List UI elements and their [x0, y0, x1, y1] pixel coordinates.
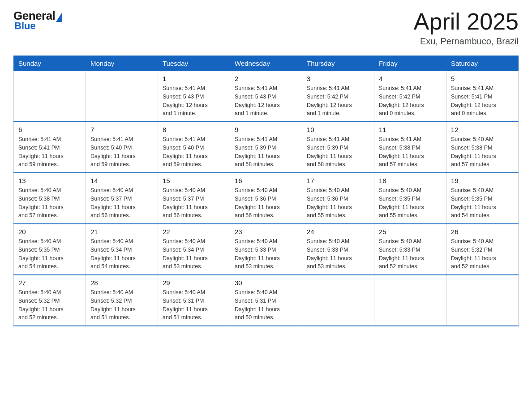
calendar-cell: 9Sunrise: 5:41 AM Sunset: 5:39 PM Daylig…: [230, 122, 302, 173]
day-number: 8: [163, 126, 225, 133]
calendar-cell: 8Sunrise: 5:41 AM Sunset: 5:40 PM Daylig…: [158, 122, 230, 173]
day-info: Sunrise: 5:41 AM Sunset: 5:39 PM Dayligh…: [307, 135, 369, 169]
calendar-cell: 20Sunrise: 5:40 AM Sunset: 5:35 PM Dayli…: [14, 224, 86, 275]
day-info: Sunrise: 5:41 AM Sunset: 5:41 PM Dayligh…: [451, 84, 514, 118]
day-number: 11: [379, 126, 442, 133]
calendar-cell: [446, 275, 519, 326]
day-number: 29: [163, 279, 225, 287]
day-info: Sunrise: 5:41 AM Sunset: 5:40 PM Dayligh…: [163, 135, 225, 169]
day-info: Sunrise: 5:40 AM Sunset: 5:34 PM Dayligh…: [90, 237, 153, 271]
day-number: 19: [451, 177, 514, 184]
calendar-week-row: 20Sunrise: 5:40 AM Sunset: 5:35 PM Dayli…: [14, 224, 519, 275]
day-number: 22: [163, 228, 225, 235]
day-info: Sunrise: 5:40 AM Sunset: 5:31 PM Dayligh…: [235, 288, 297, 322]
calendar-cell: 28Sunrise: 5:40 AM Sunset: 5:32 PM Dayli…: [86, 275, 158, 326]
month-year-title: April 2025: [414, 9, 519, 34]
calendar-header-row: SundayMondayTuesdayWednesdayThursdayFrid…: [14, 56, 519, 71]
day-info: Sunrise: 5:41 AM Sunset: 5:42 PM Dayligh…: [307, 84, 369, 118]
day-info: Sunrise: 5:40 AM Sunset: 5:36 PM Dayligh…: [235, 186, 297, 220]
day-info: Sunrise: 5:41 AM Sunset: 5:42 PM Dayligh…: [379, 84, 442, 118]
calendar-cell: 5Sunrise: 5:41 AM Sunset: 5:41 PM Daylig…: [446, 71, 519, 122]
page-header: General Blue April 2025 Exu, Pernambuco,…: [13, 9, 519, 47]
day-number: 3: [307, 75, 369, 82]
calendar-cell: 19Sunrise: 5:40 AM Sunset: 5:35 PM Dayli…: [446, 173, 519, 224]
logo: General Blue: [13, 9, 62, 32]
day-number: 27: [18, 279, 81, 287]
day-number: 23: [235, 228, 297, 235]
day-info: Sunrise: 5:40 AM Sunset: 5:34 PM Dayligh…: [163, 237, 225, 271]
weekday-header-monday: Monday: [86, 56, 158, 71]
title-block: April 2025 Exu, Pernambuco, Brazil: [414, 9, 519, 47]
calendar-cell: 17Sunrise: 5:40 AM Sunset: 5:36 PM Dayli…: [302, 173, 374, 224]
day-info: Sunrise: 5:41 AM Sunset: 5:43 PM Dayligh…: [163, 84, 225, 118]
calendar-cell: 11Sunrise: 5:41 AM Sunset: 5:38 PM Dayli…: [374, 122, 446, 173]
day-info: Sunrise: 5:40 AM Sunset: 5:35 PM Dayligh…: [18, 237, 81, 271]
calendar-cell: 21Sunrise: 5:40 AM Sunset: 5:34 PM Dayli…: [86, 224, 158, 275]
calendar-cell: 25Sunrise: 5:40 AM Sunset: 5:33 PM Dayli…: [374, 224, 446, 275]
calendar-cell: 7Sunrise: 5:41 AM Sunset: 5:40 PM Daylig…: [86, 122, 158, 173]
day-info: Sunrise: 5:40 AM Sunset: 5:31 PM Dayligh…: [163, 288, 225, 322]
calendar-cell: 4Sunrise: 5:41 AM Sunset: 5:42 PM Daylig…: [374, 71, 446, 122]
calendar-week-row: 1Sunrise: 5:41 AM Sunset: 5:43 PM Daylig…: [14, 71, 519, 122]
day-info: Sunrise: 5:40 AM Sunset: 5:36 PM Dayligh…: [307, 186, 369, 220]
day-number: 2: [235, 75, 297, 82]
day-info: Sunrise: 5:41 AM Sunset: 5:43 PM Dayligh…: [235, 84, 297, 118]
location-subtitle: Exu, Pernambuco, Brazil: [414, 36, 519, 47]
day-number: 9: [235, 126, 297, 133]
day-info: Sunrise: 5:40 AM Sunset: 5:32 PM Dayligh…: [90, 288, 153, 322]
calendar-cell: [14, 71, 86, 122]
day-number: 26: [451, 228, 514, 235]
calendar-cell: [374, 275, 446, 326]
day-number: 24: [307, 228, 369, 235]
calendar-cell: 16Sunrise: 5:40 AM Sunset: 5:36 PM Dayli…: [230, 173, 302, 224]
day-number: 4: [379, 75, 442, 82]
weekday-header-friday: Friday: [374, 56, 446, 71]
weekday-header-thursday: Thursday: [302, 56, 374, 71]
calendar-cell: 23Sunrise: 5:40 AM Sunset: 5:33 PM Dayli…: [230, 224, 302, 275]
day-info: Sunrise: 5:40 AM Sunset: 5:37 PM Dayligh…: [90, 186, 153, 220]
day-info: Sunrise: 5:40 AM Sunset: 5:35 PM Dayligh…: [451, 186, 514, 220]
day-number: 16: [235, 177, 297, 184]
day-info: Sunrise: 5:40 AM Sunset: 5:38 PM Dayligh…: [451, 135, 514, 169]
weekday-header-wednesday: Wednesday: [230, 56, 302, 71]
weekday-header-tuesday: Tuesday: [158, 56, 230, 71]
calendar-cell: 30Sunrise: 5:40 AM Sunset: 5:31 PM Dayli…: [230, 275, 302, 326]
calendar-cell: 15Sunrise: 5:40 AM Sunset: 5:37 PM Dayli…: [158, 173, 230, 224]
day-info: Sunrise: 5:41 AM Sunset: 5:39 PM Dayligh…: [235, 135, 297, 169]
calendar-cell: 27Sunrise: 5:40 AM Sunset: 5:32 PM Dayli…: [14, 275, 86, 326]
calendar-cell: 12Sunrise: 5:40 AM Sunset: 5:38 PM Dayli…: [446, 122, 519, 173]
calendar-cell: 13Sunrise: 5:40 AM Sunset: 5:38 PM Dayli…: [14, 173, 86, 224]
day-number: 20: [18, 228, 81, 235]
calendar-week-row: 6Sunrise: 5:41 AM Sunset: 5:41 PM Daylig…: [14, 122, 519, 173]
day-info: Sunrise: 5:41 AM Sunset: 5:40 PM Dayligh…: [90, 135, 153, 169]
day-number: 21: [90, 228, 153, 235]
calendar-week-row: 27Sunrise: 5:40 AM Sunset: 5:32 PM Dayli…: [14, 275, 519, 326]
calendar-cell: 26Sunrise: 5:40 AM Sunset: 5:32 PM Dayli…: [446, 224, 519, 275]
day-info: Sunrise: 5:40 AM Sunset: 5:38 PM Dayligh…: [18, 186, 81, 220]
day-number: 12: [451, 126, 514, 133]
calendar-cell: 14Sunrise: 5:40 AM Sunset: 5:37 PM Dayli…: [86, 173, 158, 224]
calendar-cell: 10Sunrise: 5:41 AM Sunset: 5:39 PM Dayli…: [302, 122, 374, 173]
calendar-cell: [86, 71, 158, 122]
day-number: 30: [235, 279, 297, 287]
day-number: 17: [307, 177, 369, 184]
day-number: 13: [18, 177, 81, 184]
logo-triangle-icon: [56, 12, 62, 22]
calendar-cell: [302, 275, 374, 326]
day-info: Sunrise: 5:41 AM Sunset: 5:38 PM Dayligh…: [379, 135, 442, 169]
day-info: Sunrise: 5:40 AM Sunset: 5:32 PM Dayligh…: [451, 237, 514, 271]
day-number: 5: [451, 75, 514, 82]
calendar-cell: 2Sunrise: 5:41 AM Sunset: 5:43 PM Daylig…: [230, 71, 302, 122]
calendar-table: SundayMondayTuesdayWednesdayThursdayFrid…: [13, 56, 519, 326]
day-number: 14: [90, 177, 153, 184]
day-info: Sunrise: 5:40 AM Sunset: 5:32 PM Dayligh…: [18, 288, 81, 322]
day-number: 6: [18, 126, 81, 133]
calendar-cell: 29Sunrise: 5:40 AM Sunset: 5:31 PM Dayli…: [158, 275, 230, 326]
calendar-cell: 1Sunrise: 5:41 AM Sunset: 5:43 PM Daylig…: [158, 71, 230, 122]
logo-blue-text: Blue: [14, 20, 36, 32]
day-number: 28: [90, 279, 153, 287]
day-number: 7: [90, 126, 153, 133]
day-info: Sunrise: 5:41 AM Sunset: 5:41 PM Dayligh…: [18, 135, 81, 169]
weekday-header-sunday: Sunday: [14, 56, 86, 71]
calendar-cell: 18Sunrise: 5:40 AM Sunset: 5:35 PM Dayli…: [374, 173, 446, 224]
